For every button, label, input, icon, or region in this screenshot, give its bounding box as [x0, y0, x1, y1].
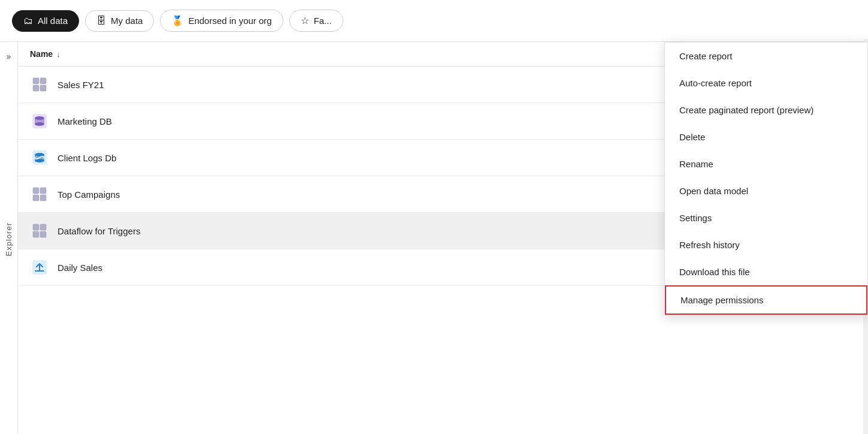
context-menu-item-settings[interactable]: Settings	[665, 204, 867, 231]
all-data-label: All data	[38, 16, 68, 26]
svg-rect-16	[40, 195, 46, 201]
context-menu-item-create-paginated-report[interactable]: Create paginated report (preview)	[665, 97, 867, 123]
all-data-icon: 🗂	[23, 16, 33, 26]
context-menu-item-rename[interactable]: Rename	[665, 150, 867, 177]
svg-rect-19	[33, 231, 39, 237]
sort-icon[interactable]: ↓	[56, 50, 61, 59]
svg-rect-8	[35, 116, 44, 120]
daily-sales-icon	[30, 258, 49, 277]
sales-fy21-icon	[30, 75, 49, 94]
endorsed-label: Endorsed in your org	[188, 16, 271, 26]
context-menu-item-create-report[interactable]: Create report	[665, 43, 867, 70]
marketing-db-icon	[30, 111, 49, 131]
context-menu-item-auto-create-report[interactable]: Auto-create report	[665, 70, 867, 97]
filter-btn-endorsed[interactable]: 🏅Endorsed in your org	[160, 10, 283, 32]
svg-point-12	[35, 159, 44, 162]
context-menu: Create reportAuto-create reportCreate pa…	[664, 42, 868, 315]
main-content: » Explorer Name ↓ Sales FY21 Marketing D…	[0, 42, 868, 434]
favorites-label: Fa...	[314, 16, 332, 26]
svg-rect-20	[40, 231, 46, 237]
dataflow-triggers-icon	[30, 221, 49, 240]
svg-rect-1	[40, 78, 46, 84]
svg-rect-3	[40, 85, 46, 91]
svg-point-7	[35, 122, 44, 126]
svg-rect-17	[33, 224, 39, 230]
svg-rect-0	[33, 78, 39, 84]
top-campaigns-icon	[30, 185, 49, 204]
context-menu-item-manage-permissions[interactable]: Manage permissions	[665, 285, 867, 315]
favorites-icon: ☆	[301, 15, 309, 26]
name-column-label: Name	[30, 49, 53, 59]
filter-btn-all-data[interactable]: 🗂All data	[12, 10, 79, 32]
sidebar-expand-icon[interactable]: »	[7, 52, 11, 61]
svg-rect-13	[33, 188, 39, 194]
my-data-label: My data	[111, 16, 143, 26]
sidebar-label: Explorer	[4, 222, 13, 256]
svg-rect-18	[40, 224, 46, 230]
filter-btn-my-data[interactable]: 🗄My data	[85, 10, 154, 32]
client-logs-db-icon	[30, 148, 49, 167]
context-menu-item-delete[interactable]: Delete	[665, 123, 867, 150]
svg-rect-2	[33, 85, 39, 91]
sidebar: » Explorer	[0, 42, 18, 434]
context-menu-item-open-data-model[interactable]: Open data model	[665, 177, 867, 204]
filter-btn-favorites[interactable]: ☆Fa...	[289, 10, 343, 32]
endorsed-icon: 🏅	[171, 15, 183, 26]
my-data-icon: 🗄	[96, 16, 106, 26]
svg-rect-14	[40, 188, 46, 194]
context-menu-item-refresh-history[interactable]: Refresh history	[665, 231, 867, 258]
svg-rect-15	[33, 195, 39, 201]
filter-bar: 🗂All data🗄My data🏅Endorsed in your org☆F…	[0, 0, 868, 42]
context-menu-item-download-file[interactable]: Download this file	[665, 258, 867, 285]
